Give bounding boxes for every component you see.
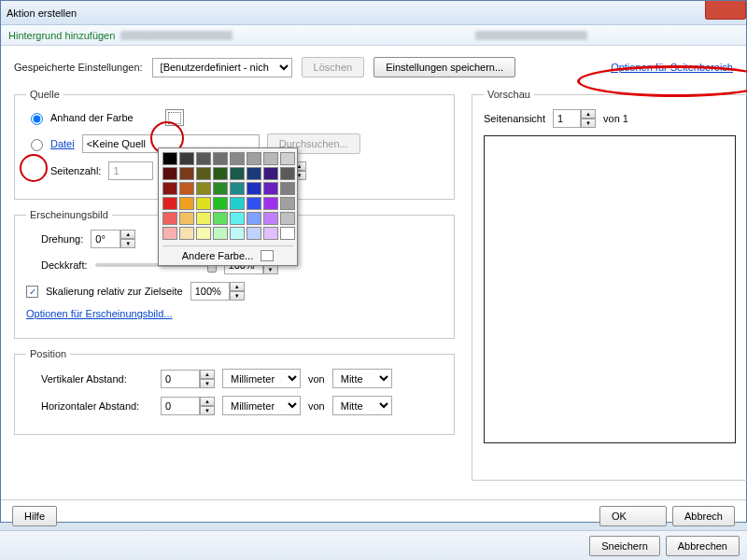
vertical-input[interactable] xyxy=(161,370,200,388)
spin-down-icon[interactable]: ▼ xyxy=(263,265,278,274)
color-swatch[interactable] xyxy=(230,212,245,225)
blurred-text xyxy=(120,31,233,40)
outer-cancel-button[interactable]: Abbrechen xyxy=(666,536,740,556)
preview-canvas xyxy=(484,135,736,443)
appearance-legend: Erscheinungsbild xyxy=(26,209,112,220)
color-swatch-button[interactable] xyxy=(165,109,184,126)
color-swatch[interactable] xyxy=(280,167,295,180)
from-label: von xyxy=(308,373,325,385)
vertical-unit-select[interactable]: Millimeter xyxy=(222,369,301,388)
color-swatch[interactable] xyxy=(230,167,245,180)
color-swatch[interactable] xyxy=(247,182,261,195)
page-range-options-link[interactable]: Optionen für Seitenbereich xyxy=(611,62,733,73)
color-swatch[interactable] xyxy=(213,182,228,195)
pagecount-value xyxy=(108,161,153,180)
color-swatch[interactable] xyxy=(247,227,261,240)
color-swatch[interactable] xyxy=(213,152,228,165)
spin-down-icon[interactable]: ▼ xyxy=(120,239,135,248)
scale-spinner[interactable]: ▲▼ xyxy=(190,282,245,301)
color-swatch[interactable] xyxy=(179,212,194,225)
color-swatch[interactable] xyxy=(196,152,211,165)
color-swatch[interactable] xyxy=(280,152,295,165)
color-swatch[interactable] xyxy=(263,197,278,210)
spin-up-icon[interactable]: ▲ xyxy=(200,370,215,379)
color-swatch[interactable] xyxy=(196,167,211,180)
color-swatch[interactable] xyxy=(213,212,228,225)
color-swatch[interactable] xyxy=(196,227,211,240)
scale-checkbox[interactable] xyxy=(26,286,38,298)
horizontal-unit-select[interactable]: Millimeter xyxy=(222,396,301,415)
by-color-radio[interactable]: Anhand der Farbe xyxy=(26,110,134,125)
position-fieldset: Position Vertikaler Abstand: ▲▼ Millimet… xyxy=(14,348,455,435)
color-swatch[interactable] xyxy=(162,152,177,165)
spin-down-icon[interactable]: ▼ xyxy=(200,406,215,415)
saved-settings-select[interactable]: [Benutzerdefiniert - nich xyxy=(152,58,292,77)
appearance-options-link[interactable]: Optionen für Erscheinungsbild... xyxy=(26,308,173,319)
color-swatch[interactable] xyxy=(280,197,295,210)
custom-color-swatch[interactable] xyxy=(261,250,274,261)
color-swatch[interactable] xyxy=(280,212,295,225)
horizontal-input[interactable] xyxy=(161,397,200,415)
spin-down-icon[interactable]: ▼ xyxy=(581,119,596,128)
vertical-ref-select[interactable]: Mitte xyxy=(332,369,392,388)
color-swatch[interactable] xyxy=(263,227,278,240)
color-swatch[interactable] xyxy=(162,197,177,210)
color-swatch[interactable] xyxy=(162,227,177,240)
spin-up-icon[interactable]: ▲ xyxy=(581,109,596,119)
color-swatch[interactable] xyxy=(263,182,278,195)
color-swatch[interactable] xyxy=(247,212,261,225)
file-radio-input[interactable] xyxy=(31,139,43,151)
color-swatch[interactable] xyxy=(162,212,177,225)
spin-down-icon[interactable]: ▼ xyxy=(230,291,245,301)
color-swatch[interactable] xyxy=(162,167,177,180)
color-swatch[interactable] xyxy=(213,167,228,180)
horizontal-spinner[interactable]: ▲▼ xyxy=(161,397,215,415)
color-picker-popup[interactable]: Andere Farbe... xyxy=(158,147,298,266)
color-swatch[interactable] xyxy=(162,182,177,195)
color-swatch[interactable] xyxy=(196,182,211,195)
color-swatch[interactable] xyxy=(230,227,245,240)
spin-up-icon[interactable]: ▲ xyxy=(120,230,135,239)
color-swatch[interactable] xyxy=(263,167,278,180)
color-swatch[interactable] xyxy=(179,227,194,240)
color-swatch[interactable] xyxy=(196,197,211,210)
color-swatch[interactable] xyxy=(263,212,278,225)
horizontal-ref-select[interactable]: Mitte xyxy=(332,396,392,415)
by-color-label: Anhand der Farbe xyxy=(50,112,134,123)
color-swatch[interactable] xyxy=(230,197,245,210)
outer-save-button[interactable]: Sneichern xyxy=(589,536,660,556)
color-swatch[interactable] xyxy=(230,152,245,165)
color-swatch[interactable] xyxy=(213,197,228,210)
page-input[interactable] xyxy=(553,109,581,128)
color-swatch[interactable] xyxy=(179,167,194,180)
color-swatch[interactable] xyxy=(213,227,228,240)
save-settings-button[interactable]: Einstellungen speichern... xyxy=(374,57,515,77)
color-swatch[interactable] xyxy=(230,182,245,195)
spin-down-icon[interactable]: ▼ xyxy=(200,379,215,388)
color-swatch[interactable] xyxy=(247,197,261,210)
color-swatch[interactable] xyxy=(263,152,278,165)
rotation-spinner[interactable]: ▲▼ xyxy=(91,230,135,248)
color-swatch[interactable] xyxy=(179,182,194,195)
color-swatch[interactable] xyxy=(247,167,261,180)
color-swatch[interactable] xyxy=(280,227,295,240)
spin-up-icon[interactable]: ▲ xyxy=(200,397,215,406)
color-swatch[interactable] xyxy=(179,197,194,210)
page-spinner[interactable]: ▲▼ xyxy=(553,109,596,128)
color-swatch[interactable] xyxy=(179,152,194,165)
other-color-label[interactable]: Andere Farbe... xyxy=(182,250,253,261)
delete-button: Löschen xyxy=(302,57,365,77)
spin-up-icon[interactable]: ▲ xyxy=(230,282,245,291)
color-swatch[interactable] xyxy=(247,152,261,165)
close-icon[interactable] xyxy=(705,1,746,20)
scale-input[interactable] xyxy=(190,282,230,301)
ok-button[interactable]: OK xyxy=(599,506,667,526)
color-swatch[interactable] xyxy=(196,212,211,225)
help-button[interactable]: Hilfe xyxy=(12,506,57,526)
cancel-button[interactable]: Abbrech xyxy=(672,506,735,526)
file-radio[interactable]: Datei xyxy=(26,136,75,151)
color-swatch[interactable] xyxy=(280,182,295,195)
by-color-radio-input[interactable] xyxy=(31,113,43,125)
vertical-spinner[interactable]: ▲▼ xyxy=(161,370,215,388)
rotation-input[interactable] xyxy=(91,230,120,248)
